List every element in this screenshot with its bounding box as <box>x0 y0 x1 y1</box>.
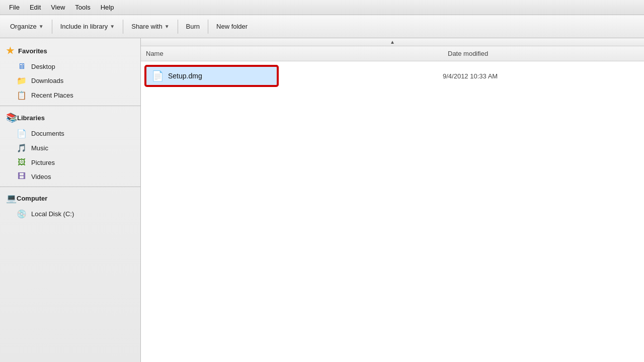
sidebar-divider-1 <box>0 106 140 106</box>
desktop-icon: 🖥 <box>16 62 27 71</box>
sidebar-pictures-label: Pictures <box>31 159 55 166</box>
file-item-setup[interactable]: 📄 Setup.dmg <box>145 65 278 86</box>
sidebar-item-documents[interactable]: 📄 Documents <box>0 126 140 141</box>
column-headers: Name Date modified <box>141 46 644 61</box>
sidebar-item-downloads[interactable]: 📁 Downloads <box>0 73 140 88</box>
sidebar-item-music[interactable]: 🎵 Music <box>0 141 140 155</box>
share-with-button[interactable]: Share with ▼ <box>126 21 174 32</box>
sidebar-videos-label: Videos <box>31 173 51 180</box>
sidebar-item-desktop[interactable]: 🖥 Desktop <box>0 59 140 73</box>
include-library-label: Include in library <box>60 23 108 30</box>
share-with-label: Share with <box>131 23 162 30</box>
sidebar-recent-label: Recent Places <box>31 92 73 99</box>
burn-label: Burn <box>186 23 200 30</box>
sidebar-music-label: Music <box>31 144 48 152</box>
music-icon: 🎵 <box>16 143 27 153</box>
organize-button[interactable]: Organize ▼ <box>5 21 49 32</box>
sidebar-item-recent-places[interactable]: 📋 Recent Places <box>0 88 140 103</box>
toolbar-separator-3 <box>178 20 178 34</box>
menu-help[interactable]: Help <box>96 3 119 12</box>
new-folder-label: New folder <box>216 23 248 30</box>
new-folder-button[interactable]: New folder <box>211 21 253 32</box>
main-panel: ▲ Name Date modified 📄 Setup.dmg 9/4/201… <box>141 38 644 362</box>
sidebar-item-videos[interactable]: 🎞 Videos <box>0 169 140 184</box>
downloads-icon: 📁 <box>16 76 27 85</box>
sidebar-divider-2 <box>0 187 140 187</box>
libraries-icon: 📚 <box>6 112 17 123</box>
column-name-header[interactable]: Name <box>146 50 448 57</box>
toolbar-separator-4 <box>208 20 208 34</box>
sidebar-documents-label: Documents <box>31 130 64 137</box>
sidebar-item-local-disk[interactable]: 💿 Local Disk (C:) <box>0 207 140 221</box>
file-row-setup: 📄 Setup.dmg 9/4/2012 10:33 AM <box>145 65 640 86</box>
sidebar-favorites-header[interactable]: ★ Favorites <box>0 42 140 59</box>
file-cell-name: 📄 Setup.dmg <box>145 65 443 86</box>
file-date-modified: 9/4/2012 10:33 AM <box>443 72 498 80</box>
sidebar-local-disk-label: Local Disk (C:) <box>31 210 74 218</box>
toolbar-separator-2 <box>123 20 123 34</box>
scroll-indicator: ▲ <box>141 38 644 46</box>
include-library-button[interactable]: Include in library ▼ <box>55 21 120 32</box>
libraries-label: Libraries <box>17 114 45 122</box>
file-dmg-icon: 📄 <box>151 70 164 82</box>
organize-dropdown-arrow: ▼ <box>39 24 44 29</box>
column-date-header[interactable]: Date modified <box>448 50 639 57</box>
toolbar: Organize ▼ Include in library ▼ Share wi… <box>0 15 644 38</box>
share-with-dropdown-arrow: ▼ <box>165 24 170 29</box>
sidebar-desktop-label: Desktop <box>31 63 55 70</box>
menu-bar: File Edit View Tools Help <box>0 0 644 15</box>
favorites-label: Favorites <box>18 47 47 55</box>
menu-view[interactable]: View <box>46 3 70 12</box>
computer-label: Computer <box>17 195 47 202</box>
sidebar-item-pictures[interactable]: 🖼 Pictures <box>0 155 140 169</box>
pictures-icon: 🖼 <box>16 158 27 167</box>
menu-file[interactable]: File <box>4 3 25 12</box>
menu-edit[interactable]: Edit <box>25 3 46 12</box>
scroll-up-arrow-icon: ▲ <box>390 39 395 45</box>
videos-icon: 🎞 <box>16 172 27 181</box>
file-list: 📄 Setup.dmg 9/4/2012 10:33 AM <box>141 61 644 362</box>
content-area: ★ Favorites 🖥 Desktop 📁 Downloads 📋 Rece… <box>0 38 644 362</box>
file-name-label: Setup.dmg <box>168 72 202 80</box>
documents-icon: 📄 <box>16 129 27 138</box>
sidebar-downloads-label: Downloads <box>31 77 63 84</box>
local-disk-icon: 💿 <box>16 209 27 219</box>
sidebar-libraries-header[interactable]: 📚 Libraries <box>0 109 140 126</box>
menu-tools[interactable]: Tools <box>70 3 95 12</box>
include-library-dropdown-arrow: ▼ <box>110 24 115 29</box>
burn-button[interactable]: Burn <box>181 21 205 32</box>
computer-icon: 💻 <box>6 193 17 204</box>
sidebar-computer-header[interactable]: 💻 Computer <box>0 190 140 207</box>
organize-label: Organize <box>10 23 37 30</box>
sidebar: ★ Favorites 🖥 Desktop 📁 Downloads 📋 Rece… <box>0 38 141 362</box>
toolbar-separator-1 <box>52 20 52 34</box>
recent-places-icon: 📋 <box>16 90 27 100</box>
favorites-star-icon: ★ <box>6 45 14 56</box>
